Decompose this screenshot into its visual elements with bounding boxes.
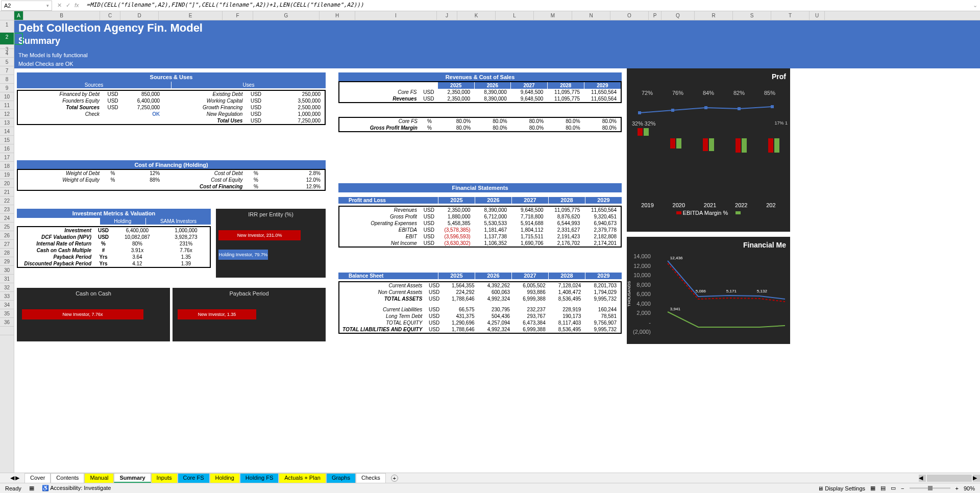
formula-icons: ✕ ✓ fx [57,2,79,9]
metrics-box: InvestmentUSD6,400,0001,000,000DCF Valua… [17,226,211,268]
col-O[interactable]: O [610,11,649,20]
cost-fin-box: Weight of Debt%12%Cost of Debt%2.8%Weigh… [17,169,326,191]
formula-expand-icon[interactable]: ⌄ [970,2,980,9]
name-box[interactable]: A2 ▾ [1,1,52,11]
select-all[interactable] [0,11,14,20]
payback-chart: Payback Period New Investor, 1.35 [173,288,326,341]
col-K[interactable]: K [457,11,496,20]
row-headers: 1 2 3 4 5 7 8 9 10 11 12 13 14 15 16 17 … [0,20,14,473]
col-G[interactable]: G [253,11,320,20]
cancel-icon[interactable]: ✕ [57,2,62,9]
col-D[interactable]: D [120,11,159,20]
col-R[interactable]: R [695,11,733,20]
col-S[interactable]: S [733,11,771,20]
sources-uses-box: Financed by DebtUSD850,000Existing DebtU… [17,90,326,125]
svg-rect-2 [704,106,707,109]
pl-box: RevenuesUSD2,350,0008,390,0009,648,50011… [338,206,622,248]
profitability-chart: Prof 72%76%84%82%85% 32% 32% 17% 1 [627,68,790,232]
col-H[interactable]: H [320,11,355,20]
cash-chart: Cash on Cash New Investor, 7.76x [17,288,170,341]
main-title: Debt Collection Agency Fin. Model [14,20,980,35]
formula-bar: A2 ▾ ✕ ✓ fx =MID(CELL("filename",A2),FIN… [0,0,980,11]
col-C[interactable]: C [100,11,120,20]
svg-rect-0 [638,111,641,114]
col-I[interactable]: I [355,11,437,20]
col-U[interactable]: U [810,11,825,20]
col-T[interactable]: T [771,11,810,20]
fin-metrics-chart: Financial Me THOUSANDS 14,00012,00010,00… [627,237,790,344]
fx-icon[interactable]: fx [75,2,79,9]
rev-box: 20252026202720282029Core FSUSD2,350,0008… [338,81,622,103]
col-J[interactable]: J [437,11,457,20]
formula-input[interactable]: =MID(CELL("filename",A2),FIND("]",CELL("… [84,1,970,11]
status-1: The Model is fully functional [14,51,980,60]
col-L[interactable]: L [496,11,534,20]
sources-uses-header: Sources & Uses [17,72,326,82]
col-E[interactable]: E [159,11,223,20]
svg-rect-1 [671,109,674,112]
col-N[interactable]: N [572,11,610,20]
subtitle: Summary [14,35,980,47]
svg-rect-3 [738,107,741,110]
status-2: Model Checks are OK [14,60,980,68]
col-M[interactable]: M [534,11,572,20]
col-Q[interactable]: Q [662,11,695,20]
bs-box: Current AssetsUSD1,564,3554,392,2626,005… [338,281,622,334]
col-P[interactable]: P [649,11,662,20]
check-icon[interactable]: ✓ [66,2,70,9]
margin-box: Core FS%80.0%80.0%80.0%80.0%80.0%Gross P… [338,117,622,132]
sheet-content[interactable]: Debt Collection Agency Fin. Model Summar… [14,20,980,473]
dropdown-icon: ▾ [46,3,49,8]
col-A[interactable]: A [14,11,23,20]
column-headers: A B C D E F G H I J K L M N O P Q R S T … [0,11,980,20]
col-B[interactable]: B [23,11,100,20]
col-F[interactable]: F [223,11,253,20]
irr-chart: IRR per Entity (%) New Investor, 231.0%H… [216,209,326,278]
svg-rect-4 [771,105,774,108]
